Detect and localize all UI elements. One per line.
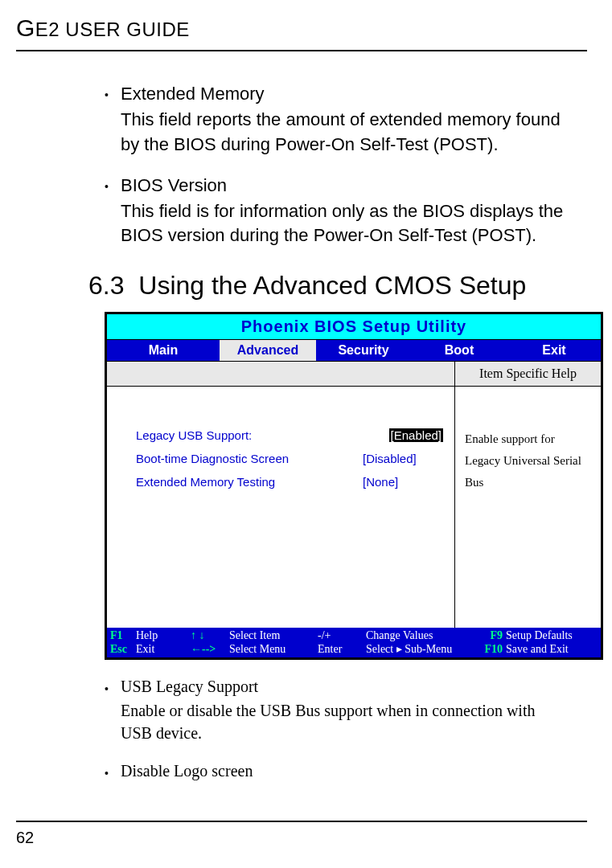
bullet-title: Extended Memory	[121, 84, 564, 104]
bullet-desc: This field is for information only as th…	[121, 199, 564, 249]
fkey-sep: -/+	[318, 629, 366, 642]
bios-row-value[interactable]: [Disabled]	[363, 452, 443, 465]
fkey-action: Select Item	[229, 629, 318, 642]
bios-tabs: Main Advanced Security Boot Exit	[107, 340, 601, 362]
bullet-icon: •	[105, 678, 121, 744]
fkey: F1	[110, 629, 136, 642]
fkey-vals: Change Values	[366, 629, 474, 642]
bios-row-value[interactable]: [Enabled]	[389, 428, 443, 442]
bullet-item: • Disable Logo screen	[105, 762, 564, 784]
bullet-title: BIOS Version	[121, 175, 564, 196]
bullet-icon: •	[105, 175, 121, 249]
fkey-sep: Enter	[318, 643, 366, 656]
bios-footer: F1 Help ↑ ↓ Select Item -/+ Change Value…	[107, 628, 601, 657]
bullet-title: USB Legacy Support	[121, 678, 564, 696]
tab-advanced[interactable]: Advanced	[220, 340, 316, 361]
section-heading: 6.3 Using the Advanced CMOS Setup	[88, 271, 564, 301]
fkey-label: Help	[136, 629, 191, 642]
help-line: Bus	[465, 472, 593, 493]
bullet-item: • USB Legacy Support Enable or disable t…	[105, 678, 564, 744]
bullet-item: • BIOS Version This field is for informa…	[105, 175, 564, 249]
fkey2: F9	[474, 629, 503, 642]
fkey-end: Setup Defaults	[503, 629, 598, 642]
bullet-title: Disable Logo screen	[121, 762, 253, 780]
help-line: Enable support for	[465, 428, 593, 450]
bios-help-panel: Enable support for Legacy Universal Seri…	[454, 387, 601, 628]
arrows-icon: ←-->	[191, 643, 229, 656]
tab-main[interactable]: Main	[107, 340, 220, 361]
bios-title: Phoenix BIOS Setup Utility	[107, 314, 601, 340]
help-line: Legacy Universal Serial	[465, 450, 593, 472]
bullet-desc: Enable or disable the USB Bus support wh…	[121, 699, 564, 744]
tab-security[interactable]: Security	[316, 340, 411, 361]
bios-setup-screenshot: Phoenix BIOS Setup Utility Main Advanced…	[105, 312, 603, 660]
fkey-vals: Select ▸ Sub-Menu	[366, 642, 474, 656]
fkey: Esc	[110, 643, 136, 656]
fkey-label: Exit	[136, 643, 191, 656]
help-header-spacer	[107, 362, 454, 386]
bottom-bullet-list: • USB Legacy Support Enable or disable t…	[105, 674, 564, 784]
tab-boot[interactable]: Boot	[411, 340, 507, 361]
bullet-desc: This field reports the amount of extende…	[121, 108, 564, 158]
bios-row-value[interactable]: [None]	[363, 475, 443, 489]
bios-row[interactable]: Boot-time Diagnostic Screen [Disabled]	[136, 452, 443, 465]
arrows-icon: ↑ ↓	[191, 629, 229, 642]
page-header: GE2 USER GUIDE	[16, 14, 587, 51]
bios-row[interactable]: Extended Memory Testing [None]	[136, 475, 443, 489]
help-header-label: Item Specific Help	[454, 362, 601, 386]
bios-row-label: Boot-time Diagnostic Screen	[136, 452, 289, 465]
fkey-end: Save and Exit	[503, 643, 598, 656]
bullet-icon: •	[105, 762, 121, 784]
bios-row-label: Legacy USB Support:	[136, 428, 252, 442]
fkey-action: Select Menu	[229, 643, 318, 656]
bios-row[interactable]: Legacy USB Support: [Enabled]	[136, 428, 443, 442]
bios-settings-panel: Legacy USB Support: [Enabled] Boot-time …	[107, 387, 454, 628]
tab-exit[interactable]: Exit	[507, 340, 601, 361]
bullet-item: • Extended Memory This field reports the…	[105, 84, 564, 158]
fkey2: F10	[474, 643, 503, 656]
top-bullet-list: • Extended Memory This field reports the…	[105, 84, 564, 248]
bios-row-label: Extended Memory Testing	[136, 475, 275, 489]
bullet-icon: •	[105, 84, 121, 158]
page-number: 62	[16, 821, 587, 847]
